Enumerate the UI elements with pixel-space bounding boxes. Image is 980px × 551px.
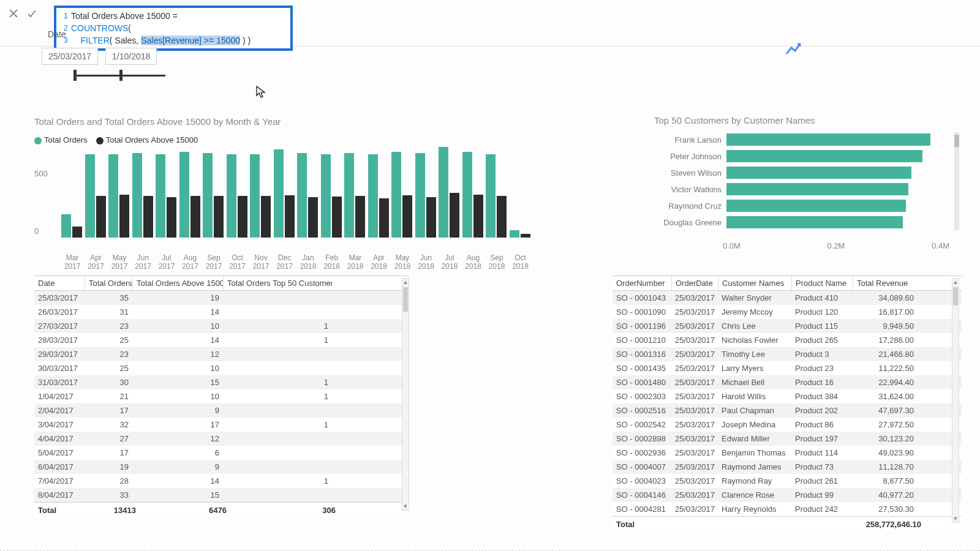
table-row[interactable]: SO - 000428125/03/2017Harry ReynoldsProd…	[612, 502, 962, 516]
bar-segment[interactable]	[462, 152, 472, 238]
date-from-input[interactable]: 25/03/2017	[42, 48, 98, 65]
table-row[interactable]: SO - 000254225/03/2017Joseph MedinaProdu…	[612, 418, 962, 432]
table-row[interactable]: SO - 000293625/03/2017Benjamin ThomasPro…	[612, 446, 962, 460]
table-row[interactable]: 3/04/201732171	[34, 418, 409, 432]
table-row[interactable]: SO - 000131625/03/2017Timothy LeeProduct…	[612, 347, 962, 361]
hbar-segment[interactable]	[726, 183, 908, 195]
bar-segment[interactable]	[450, 193, 459, 238]
bar-segment[interactable]	[368, 154, 378, 238]
table-row[interactable]: SO - 000289825/03/2017Edward MillerProdu…	[612, 432, 962, 446]
table-row[interactable]: 25/03/20173519	[34, 291, 409, 305]
table-row[interactable]: SO - 000414625/03/2017Clarence RoseProdu…	[612, 488, 962, 502]
scroll-down-icon[interactable]: ▼	[402, 503, 409, 510]
table-row[interactable]: 8/04/20173315	[34, 488, 409, 502]
table-scrollbar[interactable]: ▲ ▼	[402, 278, 409, 511]
table-row[interactable]: SO - 000104325/03/2017Walter SnyderProdu…	[612, 291, 962, 305]
visual-header-icon[interactable]	[784, 42, 801, 58]
bar-segment[interactable]	[308, 197, 318, 238]
table-row[interactable]: SO - 000143525/03/2017Larry MyersProduct…	[612, 361, 962, 375]
dax-formula-editor[interactable]: 1Total Orders Above 15000 = 2COUNTROWS( …	[54, 6, 293, 51]
hbar-segment[interactable]	[726, 167, 911, 179]
cancel-icon[interactable]	[9, 9, 18, 20]
commit-icon[interactable]	[27, 9, 37, 20]
bar-segment[interactable]	[321, 154, 331, 238]
bar-segment[interactable]	[344, 153, 354, 238]
horizontal-bar-chart[interactable]: Frank LarsonPeter JohnsonSteven WilsonVi…	[654, 132, 948, 231]
column-header[interactable]: Product Name	[791, 276, 853, 290]
table-row[interactable]: SO - 000251625/03/2017Paul ChapmanProduc…	[612, 403, 962, 418]
bar-segment[interactable]	[426, 197, 436, 238]
bar-segment[interactable]	[108, 154, 118, 238]
bar-segment[interactable]	[179, 152, 189, 238]
table-row[interactable]: SO - 000402325/03/2017Raymond RayProduct…	[612, 474, 962, 488]
table-row[interactable]: 1/04/201721101	[34, 389, 409, 403]
scroll-up-icon[interactable]: ▲	[402, 279, 409, 286]
table-row[interactable]: SO - 000400725/03/2017Raymond JamesProdu…	[612, 460, 962, 474]
bar-segment[interactable]	[238, 196, 247, 238]
table-row[interactable]: 6/04/2017199	[34, 460, 409, 474]
bar-segment[interactable]	[297, 153, 307, 238]
table-row[interactable]: 30/03/20172510	[34, 361, 409, 375]
hbar-segment[interactable]	[726, 200, 906, 212]
table-scrollbar[interactable]: ▲ ▼	[952, 278, 959, 523]
date-range-slider[interactable]	[74, 71, 165, 80]
table-row[interactable]: 7/04/201728141	[34, 474, 409, 488]
bar-segment[interactable]	[261, 196, 271, 238]
bar-segment[interactable]	[274, 149, 284, 238]
bar-segment[interactable]	[415, 153, 425, 238]
column-header[interactable]: Total Orders Top 50 Customers	[223, 276, 332, 290]
clustered-bar-chart[interactable]: 500 0 Mar2017Apr2017May2017Jun2017Jul201…	[34, 149, 543, 253]
column-header[interactable]: OrderNumber	[612, 276, 671, 290]
orders-summary-table[interactable]: DateTotal OrdersTotal Orders Above 15000…	[34, 276, 409, 518]
table-row[interactable]: 27/03/201723101	[34, 319, 409, 333]
bar-segment[interactable]	[167, 197, 176, 238]
column-header[interactable]: Total Orders Above 15000	[132, 276, 223, 290]
column-header[interactable]: OrderDate	[671, 276, 718, 290]
bar-segment[interactable]	[61, 214, 71, 238]
table-row[interactable]: 28/03/201725141	[34, 333, 409, 347]
bar-segment[interactable]	[391, 152, 401, 238]
table-row[interactable]: 26/03/20173114	[34, 305, 409, 319]
bar-segment[interactable]	[119, 195, 129, 238]
hbar-segment[interactable]	[726, 150, 922, 162]
bar-segment[interactable]	[521, 234, 530, 238]
table-row[interactable]: SO - 000119625/03/2017Chris LeeProduct 1…	[612, 319, 962, 333]
bar-segment[interactable]	[132, 153, 142, 238]
bar-segment[interactable]	[355, 196, 365, 238]
table-row[interactable]: 2/04/2017179	[34, 403, 409, 418]
table-row[interactable]: 4/04/20172712	[34, 432, 409, 446]
date-to-input[interactable]: 1/10/2018	[105, 48, 157, 65]
table-row[interactable]: 5/04/2017176	[34, 446, 409, 460]
bar-segment[interactable]	[143, 196, 153, 238]
bar-segment[interactable]	[402, 195, 412, 238]
bar-segment[interactable]	[96, 196, 106, 238]
column-header[interactable]: Total Revenue	[853, 276, 918, 290]
table-row[interactable]: SO - 000121025/03/2017Nicholas FowlerPro…	[612, 333, 962, 347]
chart-scrollbar[interactable]	[954, 132, 959, 230]
bar-segment[interactable]	[379, 198, 389, 238]
hbar-segment[interactable]	[726, 133, 930, 146]
bar-segment[interactable]	[203, 153, 213, 238]
table-row[interactable]: SO - 000109025/03/2017Jeremy MccoyProduc…	[612, 305, 962, 319]
bar-segment[interactable]	[510, 230, 519, 238]
bar-segment[interactable]	[250, 154, 260, 238]
bar-segment[interactable]	[473, 195, 483, 238]
table-row[interactable]: SO - 000148025/03/2017Michael BellProduc…	[612, 375, 962, 389]
hbar-segment[interactable]	[726, 216, 903, 228]
column-header[interactable]: Total Orders	[85, 276, 132, 290]
bar-segment[interactable]	[227, 154, 236, 238]
bar-segment[interactable]	[497, 196, 507, 238]
bar-segment[interactable]	[190, 196, 200, 238]
bar-segment[interactable]	[332, 197, 342, 238]
scroll-down-icon[interactable]: ▼	[952, 515, 959, 522]
bar-segment[interactable]	[439, 147, 448, 238]
column-header[interactable]: Customer Names	[718, 276, 791, 290]
orders-detail-table[interactable]: OrderNumberOrderDateCustomer NamesProduc…	[612, 276, 962, 532]
table-row[interactable]: SO - 000230325/03/2017Harold WillisProdu…	[612, 389, 962, 403]
table-row[interactable]: 31/03/201730151	[34, 375, 409, 389]
column-header[interactable]: Date	[34, 276, 85, 290]
bar-segment[interactable]	[285, 195, 295, 238]
bar-segment[interactable]	[486, 154, 496, 238]
bar-segment[interactable]	[156, 154, 165, 238]
bar-segment[interactable]	[85, 154, 95, 238]
